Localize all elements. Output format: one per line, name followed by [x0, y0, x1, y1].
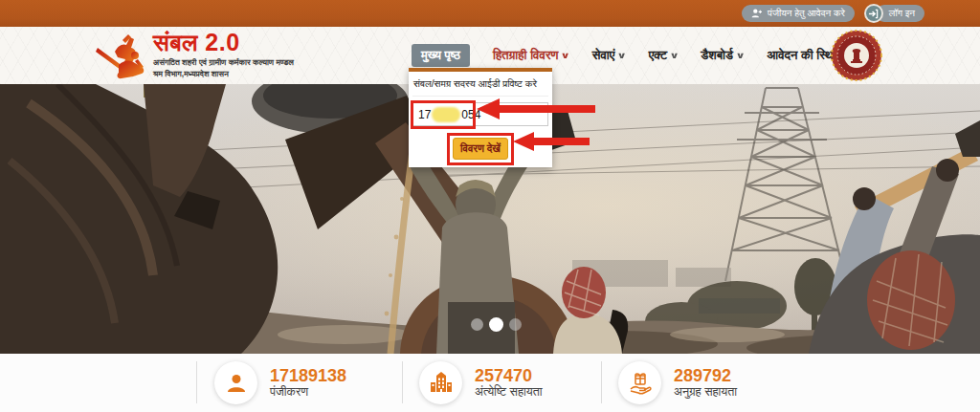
site-title: संबल 2.0 — [153, 31, 294, 54]
chevron-down-icon: ∨ — [617, 51, 627, 60]
stat-registrations: 17189138 पंजीकरण — [214, 361, 346, 404]
annotation-arrow-button — [513, 131, 590, 152]
divider — [196, 361, 197, 403]
redaction-highlight — [432, 107, 460, 122]
divider — [601, 361, 602, 403]
nav-item-label: डैशबोर्ड — [701, 48, 733, 63]
register-button[interactable]: पंजीयन हेतु आवेदन करे — [742, 5, 855, 22]
nav-item-label: एक्ट — [649, 48, 667, 63]
divider — [402, 361, 403, 403]
site-subtitle-1: असंगठित शहरी एवं ग्रामीण कर्मकार कल्याण … — [153, 57, 294, 69]
brand-block: संबल 2.0 असंगठित शहरी एवं ग्रामीण कर्मका… — [153, 31, 294, 79]
nav-item-label: सेवाएं — [592, 48, 615, 63]
member-id-label: संबल/समग्र सदस्य आईडी प्रविष्ट करे — [412, 76, 548, 97]
hand-gift-icon — [618, 361, 661, 404]
stat-value: 257470 — [475, 366, 543, 386]
main-nav: मुख्य पृष्ठ हितग्राही विवरण ∨ सेवाएं ∨ ए… — [412, 44, 854, 67]
carousel-dot-3[interactable] — [509, 318, 522, 331]
mp-government-emblem — [830, 29, 883, 82]
nav-item-dashboard[interactable]: डैशबोर्ड ∨ — [701, 48, 744, 63]
stat-label: पंजीकरण — [270, 385, 346, 400]
person-icon — [214, 361, 257, 404]
carousel-dot-2-active[interactable] — [489, 317, 503, 332]
nav-item-label: हितग्राही विवरण — [493, 48, 558, 63]
stat-funeral-assistance: 257470 अंत्येष्टि सहायता — [419, 361, 543, 404]
person-plus-icon — [751, 9, 763, 18]
stat-label: अनुग्रह सहायता — [674, 385, 737, 400]
building-icon — [419, 361, 462, 404]
stats-bar: 17189138 पंजीकरण — [0, 354, 980, 412]
chevron-down-icon: ∨ — [561, 51, 570, 60]
annotation-arrow-input — [477, 98, 595, 120]
site-subtitle-2: श्रम विभाग,मध्यप्रदेश शासन — [153, 69, 294, 80]
stat-value: 289792 — [674, 366, 737, 386]
chevron-down-icon: ∨ — [735, 51, 745, 60]
chevron-down-icon: ∨ — [670, 51, 679, 60]
carousel-dot-1[interactable] — [471, 318, 483, 331]
nav-item-home[interactable]: मुख्य पृष्ठ — [412, 44, 470, 67]
stat-value: 17189138 — [270, 366, 346, 386]
top-bar: पंजीयन हेतु आवेदन करे लॉग इन — [0, 0, 980, 27]
nav-item-label: मुख्य पृष्ठ — [421, 48, 460, 63]
nav-item-act[interactable]: एक्ट ∨ — [649, 48, 679, 63]
stat-ex-gratia-assistance: 289792 अनुग्रह सहायता — [618, 361, 737, 404]
carousel-dots — [471, 317, 522, 332]
nav-item-services[interactable]: सेवाएं ∨ — [592, 48, 626, 63]
view-details-button[interactable]: विवरण देखें — [453, 138, 508, 160]
sambal-workers-logo-icon — [94, 31, 149, 80]
stat-label: अंत्येष्टि सहायता — [475, 385, 543, 400]
member-id-value-prefix: 17 — [418, 108, 431, 121]
login-button[interactable]: लॉग इन — [864, 4, 924, 23]
login-icon — [864, 4, 883, 23]
page: पंजीयन हेतु आवेदन करे लॉग इन — [0, 0, 980, 412]
register-button-label: पंजीयन हेतु आवेदन करे — [768, 8, 845, 19]
nav-item-beneficiary-details[interactable]: हितग्राही विवरण ∨ — [493, 48, 569, 63]
